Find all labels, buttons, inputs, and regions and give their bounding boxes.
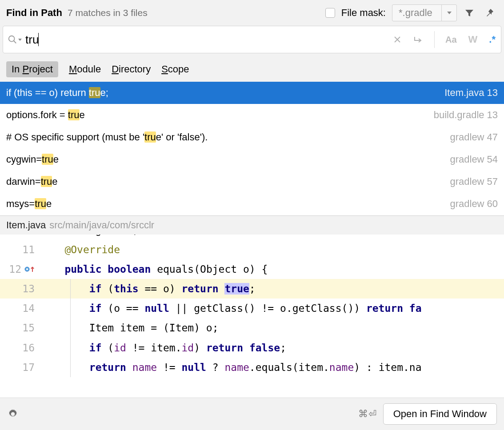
search-bar: tru Aa W .* xyxy=(3,26,501,53)
chevron-down-icon xyxy=(18,39,22,41)
svg-point-0 xyxy=(9,36,15,42)
scope-tab-project[interactable]: In Project xyxy=(6,61,58,77)
line-number: 11 xyxy=(20,240,35,259)
results-list: if (this == o) return true; Item.java13 … xyxy=(0,82,504,215)
override-gutter-icon[interactable] xyxy=(24,266,35,272)
code-line: 17 return name != null ? name.equals(ite… xyxy=(0,358,504,377)
search-icon[interactable] xyxy=(8,35,22,44)
line-number: 15 xyxy=(20,318,35,338)
scope-tab-directory[interactable]: Directory xyxy=(112,64,151,75)
line-number: 10 xyxy=(20,235,35,240)
file-mask-value: *.gradle xyxy=(392,5,441,21)
result-row[interactable]: if (this == o) return true; Item.java13 xyxy=(0,82,504,104)
search-input[interactable]: tru xyxy=(22,33,390,47)
line-number: 12 xyxy=(6,259,21,279)
result-row[interactable]: darwin=true gradlew57 xyxy=(0,171,504,193)
preview-file-path: src/main/java/com/srcclr xyxy=(49,219,154,231)
open-in-find-window-button[interactable]: Open in Find Window xyxy=(383,403,497,425)
code-line: 14 if (o == null || getClass() != o.getC… xyxy=(0,299,504,318)
whole-word-toggle[interactable]: W xyxy=(465,31,481,48)
line-number: 14 xyxy=(20,299,35,318)
svg-point-5 xyxy=(26,268,28,270)
svg-line-1 xyxy=(14,41,16,44)
result-row[interactable]: options.fork = true build.gradle13 xyxy=(0,104,504,126)
line-number: 16 xyxy=(20,338,35,358)
chevron-down-icon xyxy=(441,5,456,21)
dialog-header: Find in Path 7 matches in 3 files File m… xyxy=(0,0,504,24)
code-line: 13 if (this == o) return true; xyxy=(0,279,504,299)
match-case-toggle[interactable]: Aa xyxy=(442,32,460,48)
file-mask-dropdown[interactable]: *.gradle xyxy=(392,4,457,21)
result-row[interactable]: # OS specific support (must be 'true' or… xyxy=(0,126,504,148)
search-query-text: tru xyxy=(25,33,39,47)
result-row[interactable]: msys=true gradlew60 xyxy=(0,193,504,215)
code-preview[interactable]: 10 String name; 11 @Override 12 public b… xyxy=(0,235,504,398)
scope-tabs: In Project Module Directory Scope xyxy=(0,55,504,82)
svg-point-6 xyxy=(12,413,15,416)
preview-header: Item.java src/main/java/com/srcclr xyxy=(0,215,504,235)
shortcut-hint: ⌘⏎ xyxy=(358,408,377,420)
clear-icon[interactable] xyxy=(390,33,405,46)
filter-icon[interactable] xyxy=(461,6,477,20)
code-line: 12 public boolean equals(Object o) { xyxy=(0,259,504,279)
text-cursor xyxy=(38,33,39,46)
line-number: 13 xyxy=(20,279,35,299)
regex-toggle[interactable]: .* xyxy=(485,31,499,48)
scope-tab-module[interactable]: Module xyxy=(69,64,101,75)
gear-icon[interactable] xyxy=(7,408,19,420)
code-line: 10 String name; xyxy=(0,235,504,240)
dialog-title: Find in Path xyxy=(6,7,62,19)
match-count: 7 matches in 3 files xyxy=(68,8,148,18)
preview-file-name: Item.java xyxy=(6,219,46,231)
find-in-path-dialog: Find in Path 7 matches in 3 files File m… xyxy=(0,0,504,430)
code-line: 15 Item item = (Item) o; xyxy=(0,318,504,338)
code-line: 11 @Override xyxy=(0,240,504,259)
separator xyxy=(434,31,435,48)
result-row[interactable]: cygwin=true gradlew54 xyxy=(0,148,504,171)
newline-icon[interactable] xyxy=(409,32,427,47)
pin-icon[interactable] xyxy=(482,6,498,20)
scope-tab-scope[interactable]: Scope xyxy=(161,64,189,75)
dialog-footer: ⌘⏎ Open in Find Window xyxy=(0,398,504,430)
line-number: 17 xyxy=(20,358,35,377)
code-line: 16 if (id != item.id) return false; xyxy=(0,338,504,358)
file-mask-label: File mask: xyxy=(341,7,386,19)
file-mask-checkbox[interactable] xyxy=(325,8,335,18)
